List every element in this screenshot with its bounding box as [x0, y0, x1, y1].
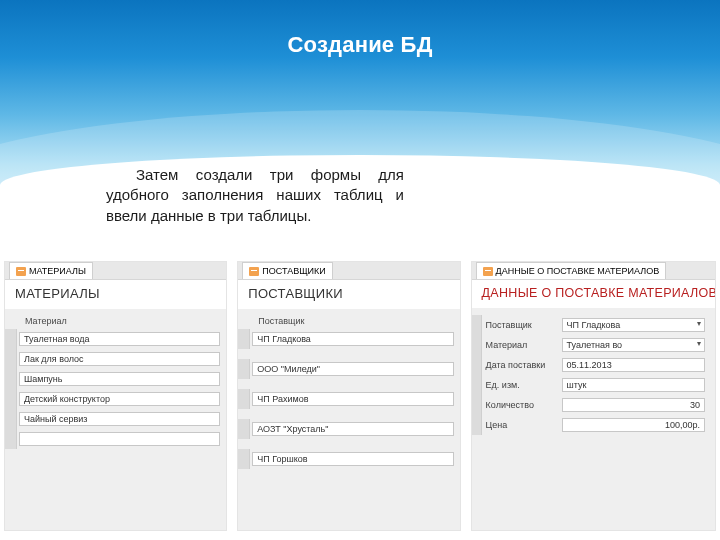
- form-suppliers: ПОСТАВЩИКИ ПОСТАВЩИКИ Поставщик ЧП Гладк…: [238, 262, 459, 530]
- tabbar: ДАННЫЕ О ПОСТАВКЕ МАТЕРИАЛОВ: [472, 262, 715, 280]
- section-label: Поставщик: [238, 314, 459, 329]
- cell[interactable]: ЧП Гладкова: [252, 332, 453, 346]
- field-label: Поставщик: [482, 320, 562, 330]
- unit-input[interactable]: штук: [562, 378, 705, 392]
- quantity-input[interactable]: 30: [562, 398, 705, 412]
- body-paragraph-text: Затем создали три формы для удобного зап…: [106, 166, 404, 224]
- tab-materials[interactable]: МАТЕРИАЛЫ: [9, 262, 93, 279]
- table-row: Шампунь: [5, 369, 226, 389]
- field-label: Цена: [482, 420, 562, 430]
- form-header: ДАННЫЕ О ПОСТАВКЕ МАТЕРИАЛОВ: [472, 280, 715, 309]
- tabbar: МАТЕРИАЛЫ: [5, 262, 226, 280]
- cell[interactable]: [19, 432, 220, 446]
- cell[interactable]: Шампунь: [19, 372, 220, 386]
- material-combo[interactable]: Туалетная во: [562, 338, 705, 352]
- field-label: Дата поставки: [482, 360, 562, 370]
- form-deliveries: ДАННЫЕ О ПОСТАВКЕ МАТЕРИАЛОВ ДАННЫЕ О ПО…: [472, 262, 715, 530]
- cell[interactable]: ООО "Миледи": [252, 362, 453, 376]
- field-quantity: Количество 30: [482, 395, 715, 415]
- field-material: Материал Туалетная во: [482, 335, 715, 355]
- table-row: Туалетная вода: [5, 329, 226, 349]
- cell[interactable]: ЧП Рахимов: [252, 392, 453, 406]
- date-input[interactable]: 05.11.2013: [562, 358, 705, 372]
- field-unit: Ед. изм. штук: [482, 375, 715, 395]
- tab-label: МАТЕРИАЛЫ: [29, 266, 86, 276]
- tabbar: ПОСТАВЩИКИ: [238, 262, 459, 280]
- table-row: ЧП Рахимов: [238, 389, 459, 409]
- table-row: АОЗТ "Хрусталь": [238, 419, 459, 439]
- price-input[interactable]: 100,00р.: [562, 418, 705, 432]
- field-price: Цена 100,00р.: [482, 415, 715, 435]
- forms-row: МАТЕРИАЛЫ МАТЕРИАЛЫ Материал Туалетная в…: [5, 262, 715, 530]
- form-icon: [249, 267, 259, 276]
- cell[interactable]: Туалетная вода: [19, 332, 220, 346]
- table-row: [5, 429, 226, 449]
- cell[interactable]: ЧП Горшков: [252, 452, 453, 466]
- field-date: Дата поставки 05.11.2013: [482, 355, 715, 375]
- form-body: Поставщик ЧП Гладкова Материал Туалетная…: [472, 309, 715, 530]
- table-row: Лак для волос: [5, 349, 226, 369]
- tab-label: ПОСТАВЩИКИ: [262, 266, 326, 276]
- table-row: Чайный сервиз: [5, 409, 226, 429]
- cell[interactable]: АОЗТ "Хрусталь": [252, 422, 453, 436]
- tab-deliveries[interactable]: ДАННЫЕ О ПОСТАВКЕ МАТЕРИАЛОВ: [476, 262, 667, 279]
- form-body: Материал Туалетная вода Лак для волос Ша…: [5, 310, 226, 530]
- tab-label: ДАННЫЕ О ПОСТАВКЕ МАТЕРИАЛОВ: [496, 266, 660, 276]
- form-header: МАТЕРИАЛЫ: [5, 280, 226, 310]
- section-label: Материал: [5, 314, 226, 329]
- slide-title: Создание БД: [0, 32, 720, 58]
- form-icon: [483, 267, 493, 276]
- rows-materials: Туалетная вода Лак для волос Шампунь Дет…: [5, 329, 226, 449]
- table-row: ООО "Миледи": [238, 359, 459, 379]
- form-icon: [16, 267, 26, 276]
- table-row: Детский конструктор: [5, 389, 226, 409]
- tab-suppliers[interactable]: ПОСТАВЩИКИ: [242, 262, 333, 279]
- slide: Создание БД Затем создали три формы для …: [0, 0, 720, 540]
- field-label: Материал: [482, 340, 562, 350]
- cell[interactable]: Детский конструктор: [19, 392, 220, 406]
- form-header: ПОСТАВЩИКИ: [238, 280, 459, 310]
- field-label: Количество: [482, 400, 562, 410]
- field-label: Ед. изм.: [482, 380, 562, 390]
- supplier-combo[interactable]: ЧП Гладкова: [562, 318, 705, 332]
- form-body: Поставщик ЧП Гладкова ООО "Миледи" ЧП Ра…: [238, 310, 459, 530]
- cell[interactable]: Лак для волос: [19, 352, 220, 366]
- form-materials: МАТЕРИАЛЫ МАТЕРИАЛЫ Материал Туалетная в…: [5, 262, 226, 530]
- table-row: ЧП Гладкова: [238, 329, 459, 349]
- cell[interactable]: Чайный сервиз: [19, 412, 220, 426]
- body-paragraph: Затем создали три формы для удобного зап…: [106, 165, 404, 226]
- rows-suppliers: ЧП Гладкова ООО "Миледи" ЧП Рахимов АОЗТ…: [238, 329, 459, 469]
- table-row: ЧП Горшков: [238, 449, 459, 469]
- field-supplier: Поставщик ЧП Гладкова: [482, 315, 715, 335]
